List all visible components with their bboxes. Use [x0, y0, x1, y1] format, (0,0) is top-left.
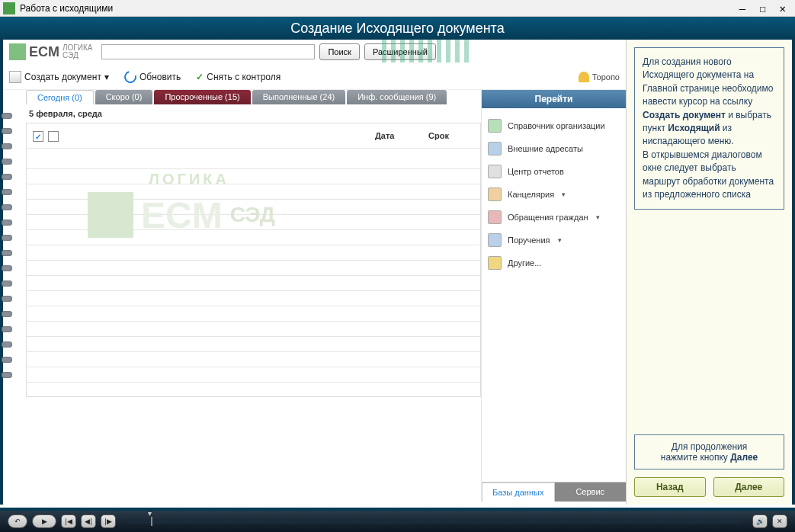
tab-databases[interactable]: Базы данных [482, 482, 555, 502]
task-tabs: Сегодня (0) Скоро (0) Просроченные (15) … [26, 90, 481, 104]
user-icon [579, 72, 589, 82]
window-titlebar: Работа с исходящими — ☐ ✕ [0, 0, 795, 17]
navigation-panel: Перейти Справочник организации Внешние а… [481, 90, 626, 502]
document-icon [9, 71, 21, 83]
tab-service[interactable]: Сервис [555, 482, 627, 502]
header-decoration [382, 40, 473, 62]
nav-reports[interactable]: Центр отчетов [486, 160, 621, 183]
prev-button[interactable]: |◀ [61, 514, 76, 528]
lesson-title: Создание Исходящего документа [290, 21, 504, 37]
check-icon: ✓ [196, 72, 204, 82]
spiral-binding [2, 113, 12, 387]
task-table: Дата Срок ЛОГИКА ECM СЭД [26, 123, 481, 397]
main-app-area: ECM ЛОГИКАСЭД Поиск Расширенный Создать … [3, 40, 626, 505]
select-all-checkbox[interactable] [33, 131, 43, 142]
nav-header: Перейти [482, 90, 626, 108]
logo-icon [9, 43, 26, 60]
app-logo: ECM ЛОГИКАСЭД [9, 43, 92, 60]
progress-marker[interactable] [151, 517, 152, 526]
folder-icon [488, 256, 502, 270]
tab-info[interactable]: Инф. сообщения (9) [347, 90, 447, 104]
book-icon [488, 119, 502, 133]
tab-soon[interactable]: Скоро (0) [95, 90, 153, 104]
back-button[interactable]: Назад [634, 477, 706, 497]
refresh-icon [122, 69, 139, 85]
tab-overdue[interactable]: Просроченные (15) [154, 90, 250, 104]
tab-done[interactable]: Выполненные (24) [252, 90, 345, 104]
rewind-button[interactable]: ↶ [8, 514, 27, 528]
search-button[interactable]: Поиск [319, 43, 359, 60]
nav-external-recipients[interactable]: Внешние адресаты [486, 137, 621, 160]
next-button[interactable]: Далее [713, 477, 785, 497]
maximize-button[interactable]: ☐ [759, 2, 765, 14]
create-document-button[interactable]: Создать документ ▾ [9, 71, 109, 83]
close-button[interactable]: ✕ [780, 2, 786, 14]
remove-control-button[interactable]: ✓ Снять с контроля [196, 72, 280, 82]
col-due: Срок [428, 131, 474, 142]
tab-today[interactable]: Сегодня (0) [26, 90, 94, 104]
play-button[interactable]: ▶ [32, 514, 56, 528]
minimize-button[interactable]: — [739, 2, 745, 14]
report-icon [488, 165, 502, 178]
help-panel: Для создания нового Исходящего документа… [626, 40, 792, 505]
continue-hint: Для продолжения нажмите кнопку Далее [634, 434, 784, 470]
window-title: Работа с исходящими [20, 3, 739, 14]
nav-chancery[interactable]: Канцелярия [486, 183, 621, 206]
archive-icon [488, 187, 502, 201]
appeals-icon [488, 210, 502, 224]
date-heading: 5 февраля, среда [29, 109, 481, 118]
toolbar: Создать документ ▾ Обновить ✓ Снять с ко… [3, 64, 626, 90]
people-icon [488, 142, 502, 155]
nav-other[interactable]: Другие... [486, 252, 621, 274]
current-user[interactable]: Торопо [579, 72, 620, 82]
volume-button[interactable]: 🔊 [752, 514, 768, 528]
logo-text: ECM [29, 44, 59, 60]
nav-org-directory[interactable]: Справочник организации [486, 114, 621, 137]
refresh-button[interactable]: Обновить [124, 71, 181, 83]
nav-assignments[interactable]: Поручения [486, 229, 621, 252]
lesson-header: Создание Исходящего документа [0, 17, 795, 40]
step-back-button[interactable]: ◀| [81, 514, 96, 528]
step-fwd-button[interactable]: |▶ [101, 514, 116, 528]
help-text: Для создания нового Исходящего документа… [634, 47, 784, 210]
chevron-down-icon: ▾ [104, 72, 109, 82]
exit-button[interactable]: ✕ [772, 514, 787, 528]
search-input[interactable] [101, 44, 315, 59]
assignments-icon [488, 233, 502, 247]
progress-bar[interactable] [128, 519, 740, 524]
nav-citizen-appeals[interactable]: Обращения граждан [486, 206, 621, 229]
player-bar: ↶ ▶ |◀ ◀| |▶ 🔊 ✕ [0, 508, 795, 532]
app-icon [3, 2, 15, 14]
col-date: Дата [375, 131, 428, 142]
column-toggle-checkbox[interactable] [48, 131, 59, 142]
nav-bottom-tabs: Базы данных Сервис [482, 482, 626, 502]
